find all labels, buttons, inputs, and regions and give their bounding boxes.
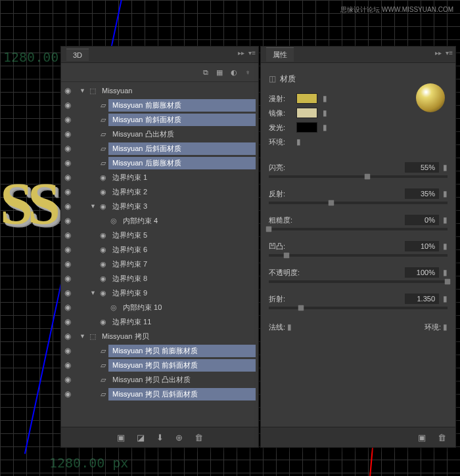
new-layer-icon[interactable]: ◪ (137, 433, 145, 443)
visibility-icon[interactable]: ◉ (61, 230, 74, 240)
tree-row[interactable]: ◉▼◉边界约束 9 (61, 286, 258, 300)
material-preview-sphere[interactable] (416, 83, 445, 112)
visibility-icon[interactable]: ◉ (61, 158, 74, 167)
panel-props-header[interactable]: 属性 (261, 47, 455, 63)
visibility-icon[interactable]: ◉ (61, 346, 74, 355)
visibility-icon[interactable]: ◉ (61, 259, 74, 269)
tree-row[interactable]: ◉◉边界约束 11 (61, 314, 258, 329)
add-icon[interactable]: ⊕ (175, 433, 183, 443)
panel-menu-icon[interactable]: ▾≡ (248, 49, 256, 56)
slider-track[interactable] (269, 307, 448, 309)
tree-row[interactable]: ◉▼⬚Missyuan 拷贝 (61, 329, 258, 343)
tree-row[interactable]: ◉◎内部约束 10 (61, 300, 258, 314)
tab-3d[interactable]: 3D (66, 49, 89, 61)
panel-menu-icon[interactable]: ▾≡ (446, 49, 453, 56)
visibility-icon[interactable]: ◉ (61, 389, 74, 399)
slider-value[interactable]: 10% (405, 241, 439, 251)
slider-thumb[interactable] (264, 224, 275, 235)
color-swatch[interactable] (296, 108, 317, 118)
slider-thumb[interactable] (295, 303, 306, 314)
mesh-icon[interactable]: ◐ (231, 68, 237, 77)
tree-row[interactable]: ◉▱Missyuan 后斜面材质 (61, 141, 258, 156)
light-icon[interactable]: ♀ (245, 68, 250, 76)
slider-thumb[interactable] (281, 250, 292, 261)
slider-value[interactable]: 55% (405, 162, 439, 173)
slider-value[interactable]: 35% (405, 188, 439, 199)
panel-3d-header[interactable]: 3D (61, 47, 258, 63)
tree-row[interactable]: ◉◎内部约束 4 (61, 213, 258, 228)
folder-icon[interactable]: ▮ (323, 94, 327, 103)
color-swatch[interactable] (296, 122, 317, 133)
visibility-icon[interactable]: ◉ (61, 274, 74, 283)
expand-arrow[interactable]: ▼ (90, 290, 98, 296)
tree-row[interactable]: ◉▱Missyuan 拷贝 凸出材质 (61, 372, 258, 387)
folder-icon[interactable]: ▮ (296, 137, 301, 146)
slider-thumb[interactable] (442, 276, 453, 288)
visibility-icon[interactable]: ◉ (61, 216, 74, 225)
slider-track[interactable] (269, 202, 448, 204)
tree-row[interactable]: ◉▱Missyuan 前斜面材质 (61, 112, 258, 127)
tree-row[interactable]: ◉▼◉边界约束 3 (61, 199, 258, 213)
panel-collapse-icon[interactable]: ▸▸ (435, 49, 442, 56)
view-icon[interactable]: ▦ (216, 68, 223, 77)
tree-row[interactable]: ◉▱Missyuan 拷贝 前斜面材质 (61, 358, 258, 372)
visibility-icon[interactable]: ◉ (61, 187, 74, 196)
visibility-icon[interactable]: ◉ (61, 375, 74, 384)
slider-track[interactable] (269, 254, 448, 257)
folder-icon[interactable]: ▮ (443, 189, 448, 198)
slider-value[interactable]: 1.350 (405, 293, 439, 304)
tree-row[interactable]: ◉▱Missyuan 前膨胀材质 (61, 98, 258, 112)
render-icon[interactable]: ▣ (117, 433, 125, 443)
tree-row[interactable]: ◉▱Missyuan 拷贝 前膨胀材质 (61, 343, 258, 358)
visibility-icon[interactable]: ◉ (61, 303, 74, 312)
filter-icon[interactable]: ⧉ (203, 68, 208, 77)
slider-track[interactable] (269, 175, 448, 178)
visibility-icon[interactable]: ◉ (61, 173, 74, 182)
trash-icon[interactable]: 🗑 (195, 433, 203, 443)
render-settings-icon[interactable]: ▣ (418, 433, 426, 443)
slider-value[interactable]: 0% (405, 215, 439, 225)
tree-row[interactable]: ◉▼⬚Missyuan (61, 83, 258, 98)
light-add-icon[interactable]: ⬇ (156, 433, 164, 443)
folder-icon[interactable]: ▮ (443, 215, 448, 225)
visibility-icon[interactable]: ◉ (61, 317, 74, 326)
tree-row[interactable]: ◉▱Missyuan 后膨胀材质 (61, 156, 258, 170)
folder-icon[interactable]: ▮ (443, 268, 448, 277)
panel-collapse-icon[interactable]: ▸▸ (238, 49, 244, 56)
tree-row[interactable]: ◉◉边界约束 5 (61, 228, 258, 242)
slider-value[interactable]: 100% (405, 267, 439, 278)
slider-track[interactable] (269, 228, 448, 230)
tree-row[interactable]: ◉◉边界约束 1 (61, 170, 258, 184)
tab-properties[interactable]: 属性 (266, 47, 294, 62)
tree-row[interactable]: ◉◉边界约束 8 (61, 271, 258, 286)
expand-arrow[interactable]: ▼ (80, 333, 87, 339)
visibility-icon[interactable]: ◉ (61, 202, 74, 211)
tree-row[interactable]: ◉◉边界约束 6 (61, 242, 258, 257)
expand-arrow[interactable]: ▼ (90, 203, 98, 209)
trash-icon[interactable]: 🗑 (438, 433, 446, 443)
folder-icon[interactable]: ▮ (323, 123, 327, 132)
visibility-icon[interactable]: ◉ (61, 332, 74, 341)
tree-row[interactable]: ◉◉边界约束 2 (61, 184, 258, 199)
folder-icon[interactable]: ▮ (443, 294, 448, 303)
visibility-icon[interactable]: ◉ (61, 129, 74, 139)
folder-icon[interactable]: ▮ (443, 163, 448, 172)
visibility-icon[interactable]: ◉ (61, 288, 74, 297)
color-swatch[interactable] (296, 93, 317, 104)
folder-icon[interactable]: ▮ (443, 322, 448, 332)
folder-icon[interactable]: ▮ (443, 242, 448, 251)
visibility-icon[interactable]: ◉ (61, 86, 74, 95)
slider-thumb[interactable] (326, 198, 337, 209)
tree-row[interactable]: ◉▱Missyuan 拷贝 后斜面材质 (61, 387, 258, 401)
tree-row[interactable]: ◉◉边界约束 7 (61, 257, 258, 271)
scene-tree[interactable]: ◉▼⬚Missyuan◉▱Missyuan 前膨胀材质◉▱Missyuan 前斜… (61, 82, 258, 426)
tree-row[interactable]: ◉▱Missyuan 凸出材质 (61, 127, 258, 141)
folder-icon[interactable]: ▮ (323, 108, 327, 118)
expand-arrow[interactable]: ▼ (80, 87, 87, 94)
visibility-icon[interactable]: ◉ (61, 245, 74, 254)
slider-track[interactable] (269, 280, 448, 283)
visibility-icon[interactable]: ◉ (61, 115, 74, 124)
visibility-icon[interactable]: ◉ (61, 360, 74, 370)
visibility-icon[interactable]: ◉ (61, 100, 74, 110)
folder-icon[interactable]: ▮ (287, 322, 292, 332)
